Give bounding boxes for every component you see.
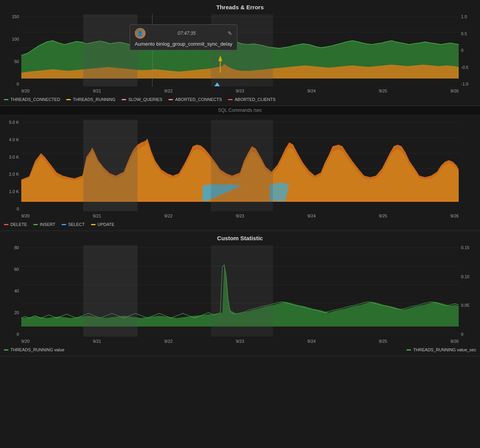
sql-commands-legend: DELETE INSERT SELECT UPDATE: [0, 220, 480, 231]
legend-threads-running: THREADS_RUNNING: [66, 97, 115, 102]
legend-update: UPDATE: [91, 222, 115, 227]
threads-running-dot: [66, 99, 71, 100]
legend-threads-running-value-sec: THREADS_RUNNING value_sec: [406, 347, 476, 352]
legend-select: SELECT: [62, 222, 85, 227]
legend-slow-queries: SLOW_QUERIES: [122, 97, 162, 102]
y-axis-right-threads: 1.0 0.5 0 -0.5 -1.0: [459, 13, 480, 95]
y-axis-right-custom: 0.15 0.10 0.05 0: [459, 244, 480, 345]
y-axis-left-custom: 80 60 40 20 0: [0, 244, 21, 345]
highlight-region-sql-1: [83, 120, 137, 211]
tooltip-time: 07:47:35: [178, 31, 196, 36]
legend-aborted-connects: ABORTED_CONNECTS: [168, 97, 222, 102]
aborted-clients-dot: [228, 99, 233, 100]
x-axis-threads: 9/20 9/21 9/22 9/23 9/24 9/25 9/26: [21, 88, 459, 95]
legend-threads-connected: THREADS_CONNECTED: [4, 97, 60, 102]
threads-connected-dot: [4, 99, 9, 100]
threads-errors-title: Threads & Errors: [0, 4, 480, 10]
threads-running-value-sec-dot: [406, 349, 411, 351]
sql-commands-chart-area: 9/20 9/21 9/22 9/23 9/24 9/25 9/26: [21, 118, 459, 220]
threads-errors-legend: THREADS_CONNECTED THREADS_RUNNING SLOW_Q…: [0, 95, 480, 106]
highlight-region-custom-2: [211, 245, 273, 337]
tooltip-edit-icon[interactable]: ✎: [228, 30, 232, 36]
custom-statistic-legend: THREADS_RUNNING value THREADS_RUNNING va…: [0, 345, 480, 356]
y-axis-left-threads: 150 100 50 0: [0, 13, 21, 95]
custom-statistic-chart-area: 9/20 9/21 9/22 9/23 9/24 9/25 9/26: [21, 244, 459, 345]
highlight-region-custom-1: [83, 245, 137, 337]
x-axis-sql: 9/20 9/21 9/22 9/23 9/24 9/25 9/26: [21, 213, 459, 220]
update-dot: [91, 224, 96, 225]
legend-threads-running-value: THREADS_RUNNING value: [4, 347, 64, 352]
y-axis-right-sql-spacer: [459, 118, 480, 220]
annotation-marker: [214, 82, 220, 86]
x-axis-custom: 9/20 9/21 9/22 9/23 9/24 9/25 9/26: [21, 338, 459, 345]
custom-statistic-title: Custom Statistic: [0, 235, 480, 241]
legend-insert: INSERT: [33, 222, 55, 227]
aborted-connects-dot: [168, 99, 173, 100]
insert-dot: [33, 224, 38, 225]
threads-running-value-dot: [4, 349, 9, 351]
delete-dot: [4, 224, 9, 225]
y-axis-left-sql: 5.0 K 4.0 K 3.0 K 2.0 K 1.0 K 0: [0, 118, 21, 220]
select-dot: [62, 224, 66, 225]
highlight-region-1: [83, 14, 137, 86]
sql-commands-section: 5.0 K 4.0 K 3.0 K 2.0 K 1.0 K 0: [0, 115, 480, 231]
highlight-region-sql-2: [211, 120, 273, 211]
threads-errors-section: Threads & Errors 150 100 50 0: [0, 0, 480, 106]
legend-aborted-clients: ABORTED_CLIENTS: [228, 97, 276, 102]
threads-errors-chart-area: 9/20 9/21 9/22 9/23 9/24 9/25 9/26 👤 07:…: [21, 13, 459, 95]
tooltip-message: Aumento binlog_group_commit_sync_delay: [135, 41, 232, 47]
annotation-tooltip: 👤 07:47:35 ✎ Aumento binlog_group_commit…: [130, 24, 237, 50]
tooltip-avatar: 👤: [135, 28, 146, 39]
slow-queries-dot: [122, 99, 126, 100]
custom-statistic-section: Custom Statistic 80 60 40 20 0: [0, 231, 480, 356]
sql-commands-label: SQL Commands /sec: [0, 106, 480, 115]
legend-delete: DELETE: [4, 222, 27, 227]
